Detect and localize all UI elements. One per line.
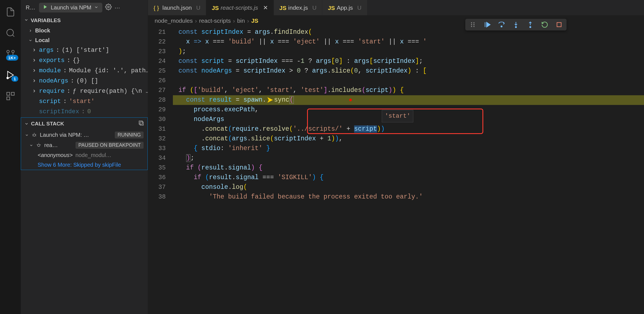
variable-item[interactable]: › module: Module {id: '.', path… bbox=[24, 66, 148, 76]
svg-point-29 bbox=[473, 26, 474, 27]
debug-floating-toolbar[interactable] bbox=[465, 19, 567, 30]
breadcrumb-segment[interactable]: bin bbox=[237, 17, 245, 24]
svg-line-22 bbox=[37, 144, 37, 145]
collapse-all-icon[interactable] bbox=[138, 120, 144, 128]
inline-breakpoint-icon[interactable] bbox=[268, 97, 273, 103]
js-file-icon: JS bbox=[212, 5, 218, 11]
tab-launch-json[interactable]: { } launch.json U bbox=[148, 0, 206, 15]
callstack-thread[interactable]: rea… PAUSED ON BREAKPOINT bbox=[21, 140, 147, 150]
step-over-icon[interactable] bbox=[498, 21, 505, 28]
chevron-right-icon: › bbox=[247, 17, 249, 24]
scm-badge: 1K+ bbox=[6, 55, 18, 61]
stop-icon[interactable] bbox=[555, 21, 563, 28]
debug-sidebar: R… Launch via NPM ⋯ VARIABLES Block bbox=[21, 0, 148, 314]
breadcrumb-segment[interactable]: react-scripts bbox=[199, 17, 231, 24]
frame-location: node_modul… bbox=[76, 152, 111, 158]
callstack-section: CALL STACK Launch via NPM: … RUNNING rea… bbox=[21, 117, 148, 170]
thread-status: PAUSED ON BREAKPOINT bbox=[76, 142, 144, 149]
chevron-right-icon: › bbox=[195, 17, 197, 24]
chevron-right-icon: › bbox=[233, 17, 235, 24]
debug-config-toolbar: R… Launch via NPM ⋯ bbox=[21, 0, 148, 15]
debug-config-label: R… bbox=[25, 4, 36, 11]
step-out-icon[interactable] bbox=[527, 21, 534, 28]
chevron-down-icon bbox=[24, 17, 28, 24]
svg-point-27 bbox=[473, 24, 474, 25]
stack-frame[interactable]: <anonymous> node_modul… bbox=[21, 150, 147, 160]
scope-local-label: Local bbox=[35, 37, 50, 43]
step-into-icon[interactable] bbox=[512, 21, 520, 28]
breadcrumbs[interactable]: node_modules › react-scripts › bin › JS bbox=[148, 15, 644, 26]
thread-status: RUNNING bbox=[115, 132, 144, 138]
variable-item[interactable]: › args: (1) ['start'] bbox=[24, 45, 148, 55]
svg-point-11 bbox=[108, 6, 109, 8]
continue-icon[interactable] bbox=[484, 21, 491, 28]
variable-item[interactable]: › exports: {} bbox=[24, 55, 148, 66]
tab-index-js[interactable]: JS index.js U bbox=[274, 0, 322, 15]
variable-item[interactable]: script: 'start' bbox=[24, 96, 148, 107]
run-debug-icon[interactable]: 1 bbox=[6, 70, 15, 80]
restart-icon[interactable] bbox=[541, 21, 548, 28]
callstack-thread[interactable]: Launch via NPM: … RUNNING bbox=[21, 130, 147, 140]
variable-item[interactable]: scriptIndex: 0 bbox=[24, 107, 148, 117]
svg-point-2 bbox=[7, 50, 9, 53]
svg-line-23 bbox=[40, 144, 41, 145]
variables-title: VARIABLES bbox=[31, 17, 61, 24]
source-control-icon[interactable]: 1K+ bbox=[6, 49, 15, 59]
launch-config-selector[interactable]: Launch via NPM bbox=[39, 3, 102, 12]
editor-area: { } launch.json U JS react-scripts.js ✕ … bbox=[148, 0, 644, 314]
svg-point-25 bbox=[473, 22, 474, 23]
svg-point-24 bbox=[471, 22, 472, 23]
svg-rect-12 bbox=[139, 121, 142, 124]
tab-react-scripts[interactable]: JS react-scripts.js ✕ bbox=[206, 0, 274, 15]
thread-name: Launch via NPM: … bbox=[40, 132, 89, 138]
launch-config-name: Launch via NPM bbox=[51, 4, 91, 11]
search-icon[interactable] bbox=[6, 28, 15, 38]
scope-block[interactable]: Block bbox=[24, 26, 148, 35]
extensions-icon[interactable] bbox=[6, 91, 15, 101]
variables-header[interactable]: VARIABLES bbox=[21, 15, 148, 26]
callstack-header[interactable]: CALL STACK bbox=[21, 118, 147, 130]
code-editor[interactable]: 212223 242526 272829 303132 333435 36373… bbox=[148, 26, 644, 314]
debug-hover-value: 'start' bbox=[382, 110, 413, 122]
play-icon bbox=[43, 4, 48, 11]
code-content[interactable]: const scriptIndex = args.findIndex( x =>… bbox=[173, 26, 644, 314]
svg-line-16 bbox=[32, 134, 33, 135]
svg-point-3 bbox=[12, 50, 14, 53]
scope-local[interactable]: Local bbox=[24, 35, 148, 45]
more-icon[interactable]: ⋯ bbox=[115, 4, 120, 11]
js-file-icon: JS bbox=[279, 5, 285, 11]
debug-badge: 1 bbox=[11, 76, 18, 82]
callstack-title: CALL STACK bbox=[31, 121, 64, 127]
frame-function: <anonymous> bbox=[38, 152, 73, 158]
svg-rect-9 bbox=[7, 97, 10, 100]
editor-tabs: { } launch.json U JS react-scripts.js ✕ … bbox=[148, 0, 644, 15]
close-icon[interactable]: ✕ bbox=[263, 4, 268, 11]
bug-icon bbox=[32, 132, 37, 138]
show-more-frames[interactable]: Show 6 More: Skipped by skipFile bbox=[21, 160, 147, 170]
grip-icon[interactable] bbox=[469, 21, 476, 28]
svg-rect-7 bbox=[7, 92, 10, 96]
breadcrumb-segment[interactable]: node_modules bbox=[155, 17, 193, 24]
svg-point-26 bbox=[471, 24, 472, 25]
svg-point-0 bbox=[7, 29, 13, 36]
js-file-icon: JS bbox=[251, 17, 258, 24]
variable-item[interactable]: › nodeArgs: (0) [] bbox=[24, 76, 148, 86]
svg-rect-13 bbox=[140, 122, 143, 125]
line-numbers: 212223 242526 272829 303132 333435 36373… bbox=[148, 26, 173, 202]
svg-rect-8 bbox=[11, 92, 14, 96]
variable-item[interactable]: › require: ƒ require(path) {\n … bbox=[24, 86, 148, 96]
json-file-icon: { } bbox=[154, 5, 160, 11]
breakpoint-dot-icon[interactable] bbox=[349, 99, 352, 101]
svg-rect-37 bbox=[557, 22, 561, 27]
tab-app-js[interactable]: JS App.js U bbox=[322, 0, 367, 15]
svg-point-20 bbox=[38, 144, 40, 146]
gear-icon[interactable] bbox=[105, 4, 112, 12]
explorer-icon[interactable] bbox=[6, 7, 15, 17]
svg-point-28 bbox=[471, 26, 472, 27]
svg-point-6 bbox=[7, 77, 8, 79]
svg-line-17 bbox=[36, 134, 36, 135]
svg-point-34 bbox=[515, 27, 516, 28]
chevron-down-icon bbox=[94, 4, 98, 11]
svg-point-14 bbox=[33, 134, 35, 136]
svg-line-1 bbox=[12, 35, 14, 37]
